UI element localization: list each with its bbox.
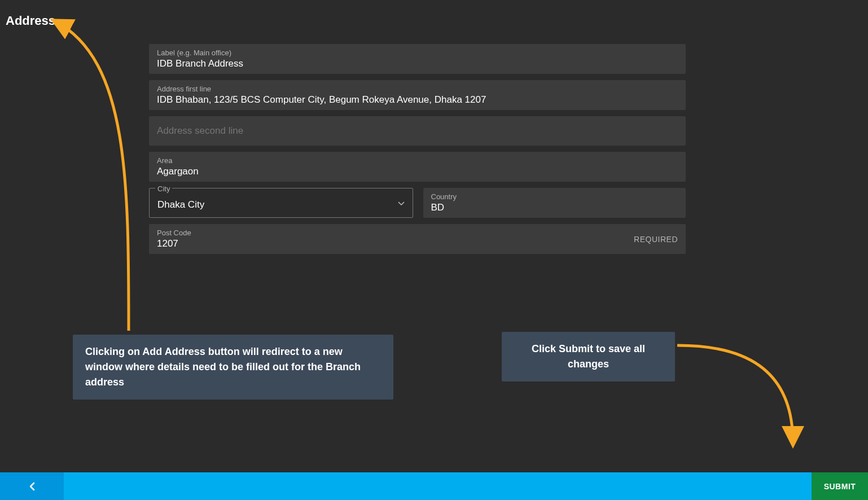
annotation-arrow-submit (674, 339, 816, 468)
line2-input[interactable] (157, 125, 678, 137)
address-line2-field[interactable] (149, 116, 686, 146)
chevron-down-icon[interactable] (398, 198, 405, 208)
city-value: Dhaka City (157, 193, 405, 210)
country-input[interactable] (431, 202, 678, 213)
label-caption: Label (e.g. Main office) (157, 49, 678, 57)
postcode-input[interactable] (157, 238, 573, 249)
chevron-left-icon (29, 482, 36, 491)
label-input[interactable] (157, 58, 678, 69)
annotation-arrow-address (44, 15, 140, 336)
city-field[interactable]: City Dhaka City (149, 188, 413, 218)
label-field[interactable]: Label (e.g. Main office) (149, 44, 686, 74)
country-caption: Country (431, 192, 678, 201)
callout-submit: Click Submit to save all changes (502, 332, 675, 381)
city-caption: City (157, 185, 170, 193)
required-badge: REQUIRED (634, 235, 678, 244)
back-button[interactable] (0, 472, 64, 500)
callout-add-address: Clicking on Add Address button will redi… (73, 335, 393, 400)
area-input[interactable] (157, 166, 678, 177)
country-field[interactable]: Country (423, 188, 686, 218)
line1-input[interactable] (157, 94, 678, 106)
postcode-field[interactable]: Post Code REQUIRED (149, 224, 686, 254)
submit-button[interactable]: SUBMIT (812, 472, 868, 500)
area-caption: Area (157, 156, 678, 165)
footer-bar: SUBMIT (0, 472, 868, 500)
address-line1-field[interactable]: Address first line (149, 80, 686, 110)
line1-caption: Address first line (157, 85, 678, 93)
address-form: Label (e.g. Main office) Address first l… (149, 44, 686, 260)
postcode-caption: Post Code (157, 229, 678, 237)
footer-spacer (64, 472, 812, 500)
area-field[interactable]: Area (149, 152, 686, 182)
page-title: Address (6, 14, 55, 28)
